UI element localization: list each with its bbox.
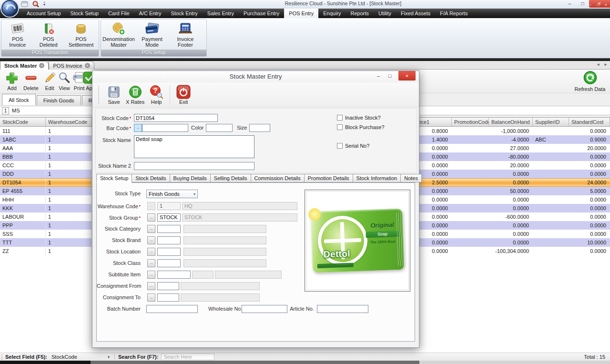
column-header-supplierid[interactable]: SupplierID: [533, 118, 569, 126]
tab-scroll-left-icon[interactable]: ◄: [596, 62, 600, 67]
ribbon-tab[interactable]: A/C Entry: [134, 9, 166, 18]
select-field-dropdown[interactable]: StockCode ▾: [50, 354, 111, 361]
dialog-tab[interactable]: Stock Setup: [96, 174, 132, 183]
stock-location-lookup-button[interactable]: ...: [147, 248, 155, 256]
tab-close-icon[interactable]: ×: [39, 63, 44, 68]
dialog-minimize-button[interactable]: –: [373, 71, 384, 81]
stock-type-dropdown[interactable]: Finish Goods ▾: [146, 190, 198, 198]
ribbon-tab[interactable]: Stock Entry: [166, 9, 203, 18]
mdi-close-icon[interactable]: ×: [605, 1, 607, 8]
delete-button[interactable]: Delete: [21, 71, 41, 91]
column-header-stockcode[interactable]: StockCode: [0, 118, 46, 126]
ribbon-tab[interactable]: Account Setup: [22, 9, 66, 18]
pos-deleted-button[interactable]: POS Deleted: [33, 20, 64, 49]
bar-code-lookup-button[interactable]: ...: [134, 124, 142, 132]
invoice-footer-button[interactable]: Invoice Footer: [169, 20, 202, 49]
tab-finish-goods[interactable]: Finish Goods: [37, 95, 81, 105]
stock-code-field[interactable]: [134, 114, 218, 122]
consignment-to-lookup-button[interactable]: ...: [147, 293, 155, 302]
column-header-warehousecode[interactable]: WarehouseCode: [46, 118, 92, 126]
ribbon-tab[interactable]: Fixed Assets: [396, 9, 435, 18]
stock-location-field[interactable]: [157, 248, 181, 256]
window-minimize-button[interactable]: –: [563, 0, 576, 8]
save-button[interactable]: Save: [103, 84, 124, 105]
column-header-promotioncode[interactable]: PromotionCode: [452, 118, 489, 126]
subtitute-item-lookup-button[interactable]: ...: [147, 271, 155, 279]
size-field[interactable]: [249, 124, 270, 132]
color-field[interactable]: [206, 124, 233, 132]
cell-stockcode: LABOUR: [0, 212, 46, 221]
stock-class-lookup-button[interactable]: ...: [147, 259, 155, 267]
x-rates-button[interactable]: X Rates: [124, 84, 146, 105]
tab-scroll-right-icon[interactable]: ►: [604, 62, 608, 67]
denomination-master-button[interactable]: Denomination Master: [102, 20, 135, 49]
ribbon-tab[interactable]: Stock Setup: [66, 9, 103, 18]
ribbon-tab[interactable]: Enquiry: [318, 9, 346, 18]
ribbon-tab[interactable]: Card File: [103, 9, 134, 18]
stock-name-field[interactable]: Dettol soap: [134, 135, 254, 158]
consignment-from-field[interactable]: [157, 282, 179, 290]
pos-invoice-button[interactable]: POS Invoice: [2, 20, 33, 49]
stock-brand-field[interactable]: [157, 236, 181, 244]
dialog-tab[interactable]: Buying Details: [170, 174, 211, 182]
tab-stock-master[interactable]: Stock Master ×: [0, 61, 49, 70]
batch-number-field[interactable]: [146, 305, 198, 313]
stock-category-lookup-button[interactable]: ...: [147, 225, 155, 233]
stock-name2-field[interactable]: [134, 162, 254, 170]
tab-pos-invoice[interactable]: POS Invoice ×: [49, 61, 94, 70]
tab-all-stock[interactable]: All Stock: [2, 94, 36, 105]
ribbon-tab[interactable]: F/A Reports: [435, 9, 472, 18]
group-index[interactable]: 1: [2, 107, 9, 114]
dialog-maximize-button[interactable]: □: [385, 71, 395, 81]
stock-brand-lookup-button[interactable]: ...: [147, 236, 155, 244]
column-header-standardcost[interactable]: StandardCost: [569, 118, 610, 126]
serial-no-checkbox[interactable]: Serial No?: [337, 143, 369, 149]
view-button[interactable]: View: [56, 71, 72, 91]
ribbon-tab[interactable]: Reports: [346, 9, 374, 18]
application-menu-orb[interactable]: [1, 0, 18, 17]
article-no-field[interactable]: [317, 305, 368, 313]
pos-settlement-button[interactable]: POS Settlement: [64, 20, 98, 49]
dialog-close-button[interactable]: ×: [398, 71, 416, 81]
dialog-title-bar[interactable]: Stock Master Entry – □ ×: [92, 71, 419, 82]
mdi-minimize-icon[interactable]: –: [589, 1, 591, 8]
column-header-balanceonhand[interactable]: BalanceOnHand: [489, 118, 533, 126]
coins-icon: [74, 21, 88, 36]
stock-category-field[interactable]: [157, 225, 181, 233]
stock-class-field[interactable]: [157, 259, 181, 267]
tab-close-icon[interactable]: ×: [85, 63, 90, 68]
ribbon-tab[interactable]: POS Entry: [284, 9, 318, 18]
ribbon-tab[interactable]: Sales Entry: [203, 9, 239, 18]
bar-code-field[interactable]: [142, 124, 188, 132]
consignment-from-lookup-button[interactable]: ...: [147, 282, 155, 290]
exit-button[interactable]: Exit: [173, 84, 194, 105]
ribbon-tab[interactable]: Utility: [374, 9, 396, 18]
help-button[interactable]: ? Help: [146, 84, 167, 105]
stock-group-field[interactable]: STOCK: [157, 213, 181, 222]
dialog-tab[interactable]: Promotion Details: [305, 174, 353, 182]
dialog-tab[interactable]: Notes: [401, 174, 422, 182]
stock-group-lookup-button[interactable]: ...: [147, 213, 155, 222]
payment-mode-button[interactable]: Payment Mode: [135, 20, 169, 49]
floppy-icon: [107, 84, 121, 99]
search-red-icon[interactable]: [32, 0, 40, 9]
consignment-to-field[interactable]: [157, 293, 179, 302]
refresh-data-button[interactable]: Refresh Data: [573, 71, 607, 92]
wholesale-no-field[interactable]: [242, 305, 287, 313]
dialog-tab[interactable]: Stock Information: [353, 174, 401, 182]
edit-button[interactable]: Edit: [42, 71, 57, 91]
search-input[interactable]: [161, 354, 214, 360]
dialog-tab[interactable]: Stock Details: [132, 174, 170, 182]
qat-dropdown-icon[interactable]: ▾: [43, 2, 45, 7]
dialog-tab[interactable]: Commission Details: [251, 174, 305, 182]
subtitute-item-field[interactable]: [157, 271, 191, 279]
add-button[interactable]: Add: [3, 71, 21, 91]
dialog-tab[interactable]: Selling Details: [211, 174, 251, 182]
window-icon[interactable]: [21, 1, 28, 8]
cell-stockcode: 1ABC: [0, 135, 46, 144]
inactive-stock-checkbox[interactable]: Inactive Stock?: [337, 115, 381, 121]
window-maximize-button[interactable]: □: [576, 0, 589, 8]
mdi-restore-icon[interactable]: □: [597, 1, 599, 8]
block-purchase-checkbox[interactable]: Block Purchase?: [337, 124, 385, 130]
ribbon-tab[interactable]: Purchase Entry: [239, 9, 284, 18]
